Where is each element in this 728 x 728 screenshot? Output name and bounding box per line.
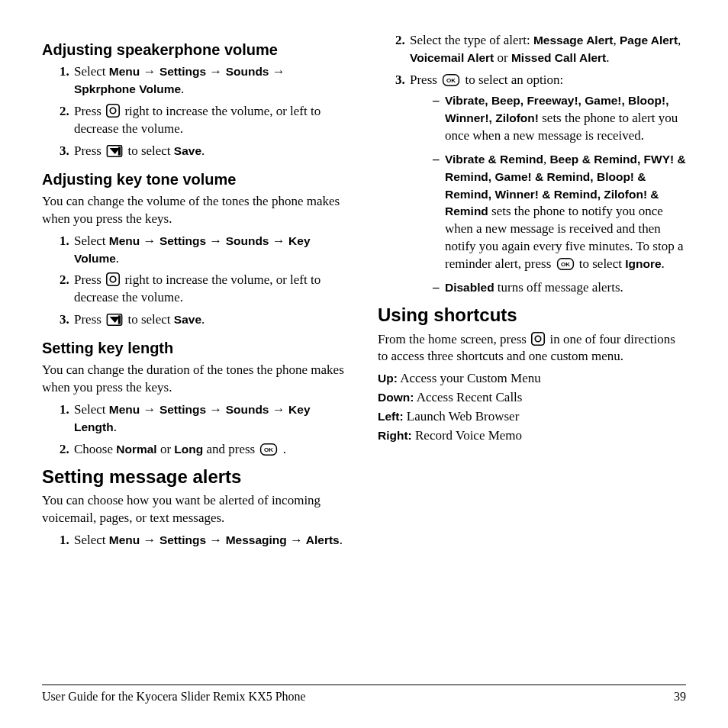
- list-item: Press right to increase the volume, or l…: [72, 103, 350, 138]
- heading-message-alerts: Setting message alerts: [42, 465, 350, 489]
- text: ,: [678, 33, 681, 47]
- arrow-icon: →: [143, 64, 156, 79]
- menu-path: Settings: [156, 234, 210, 247]
- menu-path: Settings: [156, 65, 210, 78]
- arrow-icon: →: [209, 64, 222, 79]
- label: Message Alert: [533, 34, 614, 47]
- softkey-icon: [106, 145, 123, 157]
- list-item: Select Menu → Settings → Sounds → Key Le…: [72, 401, 350, 436]
- text: or: [157, 442, 175, 456]
- heading-shortcuts: Using shortcuts: [378, 303, 686, 327]
- arrow-icon: →: [209, 402, 222, 417]
- speakerphone-steps: Select Menu → Settings → Sounds → Spkrph…: [42, 63, 350, 160]
- shortcuts-intro: From the home screen, press in one of fo…: [378, 331, 686, 366]
- shortcut-up: Up: Access your Custom Menu: [378, 370, 686, 388]
- message-alerts-steps: Select Menu → Settings → Messaging → Ale…: [42, 532, 350, 549]
- message-alerts-steps-cont: Select the type of alert: Message Alert,…: [378, 32, 686, 297]
- arrow-icon: →: [143, 402, 156, 417]
- page-footer: User Guide for the Kyocera Slider Remix …: [42, 685, 686, 705]
- menu-path: Messaging: [222, 533, 290, 546]
- keylength-steps: Select Menu → Settings → Sounds → Key Le…: [42, 401, 350, 459]
- shortcut-left: Left: Launch Web Browser: [378, 408, 686, 426]
- list-item: Select the type of alert: Message Alert,…: [408, 32, 686, 67]
- text: Select the type of alert:: [410, 33, 533, 47]
- direction-label: Left:: [378, 410, 404, 423]
- arrow-icon: →: [209, 234, 222, 248]
- menu-path: Menu: [109, 403, 143, 416]
- arrow-icon: →: [290, 533, 303, 547]
- ok-key-icon: [556, 258, 575, 270]
- label: Voicemail Alert: [410, 51, 494, 64]
- text: .: [662, 256, 665, 271]
- arrow-icon: →: [143, 533, 156, 547]
- message-alerts-intro: You can choose how you want be alerted o…: [42, 492, 350, 527]
- list-item: Choose Normal or Long and press .: [72, 441, 350, 459]
- arrow-icon: →: [209, 533, 222, 547]
- menu-path: Sounds: [222, 403, 272, 416]
- footer-title: User Guide for the Kyocera Slider Remix …: [42, 688, 306, 705]
- left-column: Adjusting speakerphone volume Select Men…: [42, 31, 350, 556]
- list-item: Press to select an option: Vibrate, Beep…: [408, 72, 686, 297]
- list-item: Disabled turns off message alerts.: [433, 279, 686, 297]
- text: Launch Web Browser: [404, 409, 520, 424]
- ok-key-icon: [259, 443, 278, 456]
- text: and press: [203, 442, 258, 456]
- text: Access Recent Calls: [414, 390, 522, 404]
- label: Long: [174, 443, 203, 456]
- nav-key-icon: [106, 104, 120, 118]
- text: turns off message alerts.: [494, 280, 623, 295]
- arrow-icon: →: [272, 64, 285, 79]
- text: .: [606, 50, 609, 65]
- text: Press: [74, 143, 105, 158]
- text: ,: [613, 33, 620, 47]
- arrow-icon: →: [272, 402, 285, 417]
- ok-key-icon: [442, 74, 460, 86]
- text: to select: [124, 143, 174, 158]
- heading-keylength: Setting key length: [42, 338, 350, 359]
- text: .: [340, 533, 343, 547]
- list-item: Press to select Save.: [72, 143, 350, 160]
- list-item: Select Menu → Settings → Sounds → Key Vo…: [72, 233, 350, 268]
- text: Record Voice Memo: [412, 428, 522, 443]
- text: .: [116, 251, 119, 266]
- text: to select an option:: [462, 72, 563, 87]
- menu-path: Menu: [109, 65, 143, 78]
- text: .: [279, 442, 286, 456]
- menu-path: Alerts: [303, 533, 340, 546]
- text: Press: [74, 312, 105, 327]
- arrow-icon: →: [272, 234, 285, 248]
- text: Select: [74, 402, 109, 417]
- direction-label: Right:: [378, 429, 412, 442]
- label: Disabled: [445, 281, 494, 294]
- direction-label: Down:: [378, 391, 414, 404]
- keytone-steps: Select Menu → Settings → Sounds → Key Vo…: [42, 233, 350, 330]
- list-item: Select Menu → Settings → Sounds → Spkrph…: [72, 63, 350, 98]
- text: Choose: [74, 442, 116, 456]
- menu-path: Spkrphone Volume: [74, 82, 181, 95]
- text: Select: [74, 533, 109, 547]
- menu-path: Menu: [109, 234, 143, 247]
- text: .: [201, 312, 205, 327]
- text: Select: [74, 234, 109, 248]
- label: Save: [174, 144, 201, 157]
- text: Press: [410, 72, 440, 87]
- direction-label: Up:: [378, 372, 398, 385]
- text: or: [494, 50, 511, 65]
- label: Save: [174, 313, 201, 326]
- text: Press: [74, 272, 105, 287]
- heading-keytone: Adjusting key tone volume: [42, 169, 350, 190]
- arrow-icon: →: [143, 234, 156, 248]
- menu-path: Sounds: [222, 234, 272, 247]
- right-column: Select the type of alert: Message Alert,…: [378, 31, 686, 556]
- menu-path: Settings: [156, 533, 210, 546]
- softkey-icon: [106, 314, 123, 326]
- text: to select: [124, 312, 174, 327]
- text: Press: [74, 104, 105, 118]
- shortcut-down: Down: Access Recent Calls: [378, 389, 686, 407]
- text: From the home screen, press: [378, 332, 530, 346]
- menu-path: Sounds: [222, 65, 272, 78]
- text: .: [114, 420, 117, 434]
- text: Access your Custom Menu: [398, 371, 541, 385]
- keylength-intro: You can change the duration of the tones…: [42, 362, 350, 397]
- label: Normal: [116, 443, 156, 456]
